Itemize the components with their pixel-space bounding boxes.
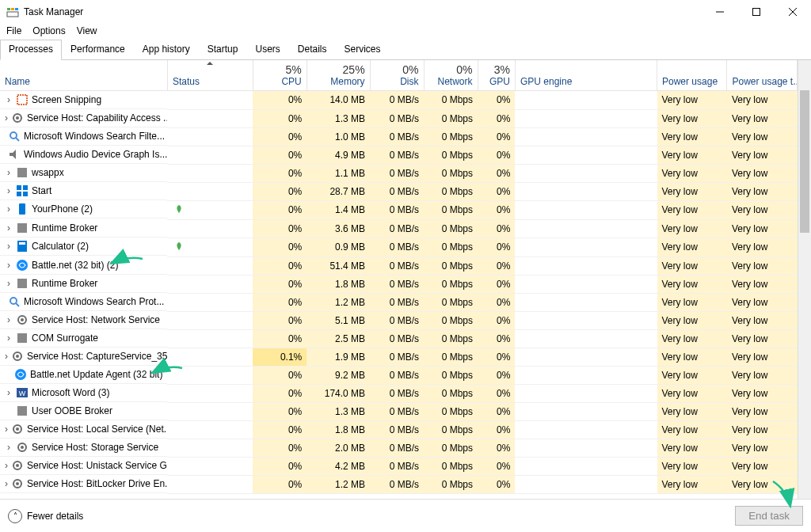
maximize-button[interactable] [738, 0, 775, 24]
table-row[interactable]: ›Service Host: Network Service0%5.1 MB0 … [0, 311, 798, 329]
expand-chevron-icon[interactable]: › [5, 332, 13, 344]
vertical-scrollbar[interactable] [798, 60, 811, 499]
status-cell [167, 256, 253, 275]
process-name-cell[interactable]: ›wsappx [0, 164, 167, 182]
process-name-cell[interactable]: ›Service Host: Local Service (Net... [0, 420, 167, 439]
expand-chevron-icon[interactable]: › [5, 460, 8, 471]
column-header-gpu-engine[interactable]: GPU engine [515, 60, 657, 91]
svc-icon [11, 112, 24, 124]
expand-chevron-icon[interactable]: › [5, 314, 13, 325]
column-header-status[interactable]: Status [167, 60, 253, 91]
tab-startup[interactable]: Startup [199, 40, 247, 59]
process-name-cell[interactable]: Microsoft Windows Search Prot... [0, 293, 167, 311]
menu-file[interactable]: File [6, 25, 21, 36]
end-task-button[interactable]: End task [735, 506, 803, 526]
process-name-cell[interactable]: Battle.net Update Agent (32 bit) [0, 366, 167, 384]
table-row[interactable]: ›Service Host: Storage Service0%2.0 MB0 … [0, 439, 798, 457]
audio-icon [8, 148, 21, 161]
close-button[interactable] [775, 0, 811, 24]
table-row[interactable]: Windows Audio Device Graph Is...0%4.9 MB… [0, 146, 798, 164]
table-row[interactable]: ›Screen Snipping0%14.0 MB0 MB/s0 Mbps0%V… [0, 91, 798, 110]
table-row[interactable]: Microsoft Windows Search Filte...0%1.0 M… [0, 127, 798, 146]
expand-chevron-icon[interactable]: › [5, 167, 13, 178]
process-name-cell[interactable]: User OOBE Broker [0, 402, 167, 420]
column-header-power-usage[interactable]: Power usage [657, 60, 727, 91]
column-header-network[interactable]: 0%Network [424, 60, 478, 91]
expand-chevron-icon[interactable]: › [5, 112, 8, 124]
table-row[interactable]: ›Calculator (2)0%0.9 MB0 MB/s0 Mbps0%Ver… [0, 238, 798, 256]
table-row[interactable]: ›Service Host: BitLocker Drive En...0%1.… [0, 475, 798, 493]
expand-chevron-icon[interactable]: › [5, 478, 8, 489]
tab-processes[interactable]: Processes [0, 40, 62, 60]
tab-users[interactable]: Users [246, 40, 288, 59]
process-name-label: Start [32, 185, 51, 196]
scrollbar-thumb[interactable] [800, 90, 809, 233]
table-row[interactable]: ›WMicrosoft Word (3)0%174.0 MB0 MB/s0 Mb… [0, 384, 798, 402]
column-header-power-usage-t-[interactable]: Power usage t... [727, 60, 798, 91]
process-name-cell[interactable]: ›Runtime Broker [0, 275, 167, 293]
table-row[interactable]: ›Service Host: Unistack Service G...0%4.… [0, 457, 798, 475]
process-name-cell[interactable]: ›Runtime Broker [0, 219, 167, 238]
expand-chevron-icon[interactable]: › [5, 203, 13, 215]
process-name-cell[interactable]: ›COM Surrogate [0, 329, 167, 348]
table-row[interactable]: ›YourPhone (2)0%1.4 MB0 MB/s0 Mbps0%Very… [0, 200, 798, 219]
menu-options[interactable]: Options [32, 25, 65, 36]
table-row[interactable]: Battle.net Update Agent (32 bit)0%9.2 MB… [0, 366, 798, 384]
process-name-cell[interactable]: ›Service Host: CaptureService_35... [0, 348, 167, 366]
menu-view[interactable]: View [77, 25, 97, 36]
tab-services[interactable]: Services [336, 40, 390, 59]
process-name-cell[interactable]: ›Battle.net (32 bit) (2) [0, 256, 167, 275]
tab-app-history[interactable]: App history [134, 40, 199, 59]
table-row[interactable]: ›COM Surrogate0%2.5 MB0 MB/s0 Mbps0%Very… [0, 329, 798, 348]
svg-point-37 [16, 428, 19, 431]
tab-performance[interactable]: Performance [62, 40, 134, 59]
expand-chevron-icon[interactable]: › [5, 185, 13, 196]
process-name-cell[interactable]: ›WMicrosoft Word (3) [0, 384, 167, 402]
power-usage-trend-cell: Very low [727, 127, 798, 146]
table-row[interactable]: ›Service Host: Capability Access ...0%1.… [0, 109, 798, 127]
table-row[interactable]: User OOBE Broker0%1.3 MB0 MB/s0 Mbps0%Ve… [0, 402, 798, 420]
fewer-details-button[interactable]: ˄ Fewer details [8, 509, 83, 523]
status-cell [167, 182, 253, 200]
expand-chevron-icon[interactable]: › [5, 351, 8, 362]
process-name-cell[interactable]: Microsoft Windows Search Filte... [0, 127, 167, 146]
process-name-cell[interactable]: ›Service Host: BitLocker Drive En... [0, 475, 167, 493]
gen-icon [16, 332, 29, 344]
expand-chevron-icon[interactable]: › [5, 222, 13, 234]
process-name-label: COM Surrogate [32, 332, 98, 344]
process-name-cell[interactable]: ›Calculator (2) [0, 238, 167, 256]
column-header-name[interactable]: Name [0, 60, 167, 91]
minimize-button[interactable] [702, 0, 738, 24]
process-name-cell[interactable]: ›Service Host: Unistack Service G... [0, 457, 167, 475]
expand-chevron-icon[interactable]: › [5, 442, 13, 453]
process-name-cell[interactable]: ›Service Host: Storage Service [0, 439, 167, 457]
process-name-cell[interactable]: Windows Audio Device Graph Is... [0, 146, 167, 164]
gpu-engine-cell [515, 457, 657, 475]
expand-chevron-icon[interactable]: › [5, 241, 13, 252]
table-row[interactable]: ›Service Host: CaptureService_35...0.1%1… [0, 348, 798, 366]
table-row[interactable]: ›wsappx0%1.1 MB0 MB/s0 Mbps0%Very lowVer… [0, 164, 798, 182]
process-name-cell[interactable]: ›Service Host: Network Service [0, 311, 167, 329]
table-row[interactable]: ›Runtime Broker0%1.8 MB0 MB/s0 Mbps0%Ver… [0, 275, 798, 293]
expand-chevron-icon[interactable]: › [5, 260, 13, 271]
svg-line-26 [16, 303, 19, 306]
column-header-cpu[interactable]: 5%CPU [253, 60, 307, 91]
table-row[interactable]: ›Service Host: Local Service (Net...0%1.… [0, 420, 798, 439]
expand-chevron-icon[interactable]: › [5, 278, 13, 289]
column-header-memory[interactable]: 25%Memory [307, 60, 370, 91]
table-row[interactable]: Microsoft Windows Search Prot...0%1.2 MB… [0, 293, 798, 311]
process-name-cell[interactable]: ›YourPhone (2) [0, 200, 167, 218]
process-name-cell[interactable]: ›Screen Snipping [0, 91, 167, 109]
expand-chevron-icon[interactable]: › [5, 424, 8, 435]
table-row[interactable]: ›Battle.net (32 bit) (2)0%51.4 MB0 MB/s0… [0, 256, 798, 275]
expand-chevron-icon[interactable]: › [5, 387, 13, 398]
process-name-cell[interactable]: ›Start [0, 182, 167, 200]
disk-cell: 0 MB/s [370, 109, 424, 127]
expand-chevron-icon[interactable]: › [5, 94, 13, 105]
tab-details[interactable]: Details [289, 40, 336, 59]
table-row[interactable]: ›Start0%28.7 MB0 MB/s0 Mbps0%Very lowVer… [0, 182, 798, 200]
column-header-gpu[interactable]: 3%GPU [478, 60, 515, 91]
process-name-cell[interactable]: ›Service Host: Capability Access ... [0, 109, 167, 127]
table-row[interactable]: ›Runtime Broker0%3.6 MB0 MB/s0 Mbps0%Ver… [0, 219, 798, 238]
column-header-disk[interactable]: 0%Disk [370, 60, 424, 91]
